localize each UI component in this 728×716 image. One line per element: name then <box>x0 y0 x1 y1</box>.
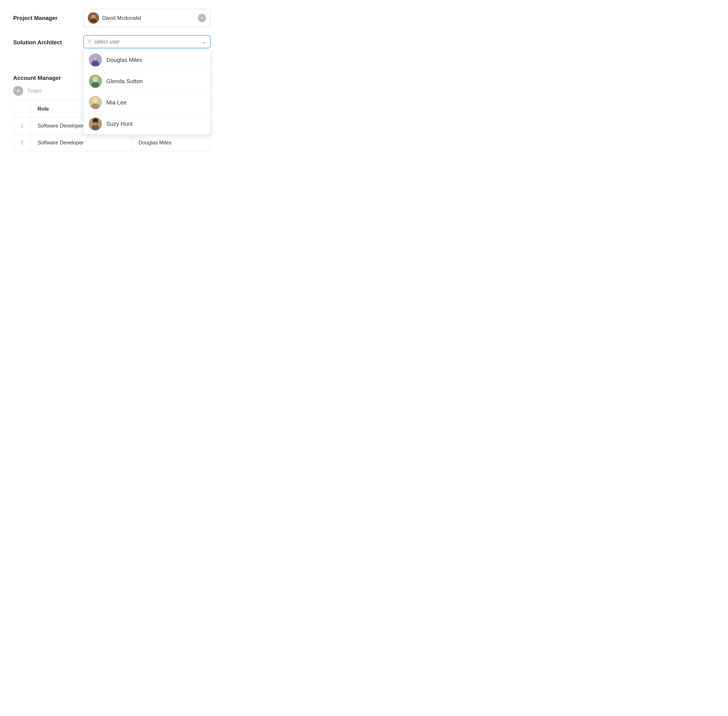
account-manager-label: Account Manager <box>13 74 83 81</box>
project-manager-row: Project Manager David Mcdonalid × <box>13 9 210 27</box>
solution-architect-field: ⚲ ⌄ Douglas Miles <box>83 35 210 48</box>
table-row: 2 Software Developer Douglas Miles <box>14 134 210 151</box>
row-role: Software Developer <box>31 134 132 151</box>
avatar-suzy <box>89 117 102 130</box>
suzy-hunt-name: Suzy Hunt <box>106 120 133 127</box>
search-input[interactable] <box>94 39 199 45</box>
search-box[interactable]: ⚲ ⌄ <box>83 35 210 48</box>
row-user: Douglas Miles <box>132 134 210 151</box>
chevron-down-icon: ▾ <box>17 88 19 94</box>
david-avatar-svg <box>88 12 99 24</box>
project-manager-field: David Mcdonalid × <box>83 9 210 27</box>
glenda-sutton-name: Glenda Sutton <box>106 78 143 85</box>
team-toggle-button[interactable]: ▾ <box>13 86 23 96</box>
dropdown-item-douglas[interactable]: Douglas Miles <box>83 49 210 71</box>
avatar <box>88 12 99 24</box>
svg-point-9 <box>94 57 97 60</box>
team-label: Team <box>27 87 42 94</box>
svg-rect-22 <box>92 99 94 102</box>
search-icon: ⚲ <box>88 39 91 44</box>
solution-architect-row: Solution Architect ⚲ ⌄ <box>13 35 210 48</box>
project-manager-label: Project Manager <box>13 15 83 21</box>
svg-rect-23 <box>97 99 98 102</box>
selected-user-box: David Mcdonalid × <box>83 9 210 27</box>
douglas-miles-name: Douglas Miles <box>106 57 142 64</box>
chevron-down-icon: ⌄ <box>203 39 206 44</box>
avatar-douglas <box>89 53 102 67</box>
svg-rect-15 <box>93 78 94 81</box>
svg-rect-16 <box>97 78 98 81</box>
avatar-mia <box>89 96 102 109</box>
dropdown-menu: Douglas Miles <box>83 49 210 135</box>
selected-user-name: David Mcdonalid <box>102 15 195 21</box>
dropdown-item-glenda[interactable]: Glenda Sutton <box>83 71 210 92</box>
solution-architect-label: Solution Architect <box>13 35 83 46</box>
mia-lee-name: Mia Lee <box>106 99 127 106</box>
dropdown-item-mia[interactable]: Mia Lee <box>83 92 210 113</box>
form-section: Project Manager David Mcdonalid × <box>13 9 210 151</box>
dropdown-item-suzy[interactable]: Suzy Hunt <box>83 113 210 134</box>
avatar-glenda <box>89 74 102 88</box>
svg-point-2 <box>90 18 97 23</box>
col-header-num <box>14 100 31 117</box>
clear-button[interactable]: × <box>198 14 206 22</box>
row-num: 2 <box>14 134 31 151</box>
svg-point-3 <box>91 15 95 18</box>
row-num: 1 <box>14 117 31 134</box>
